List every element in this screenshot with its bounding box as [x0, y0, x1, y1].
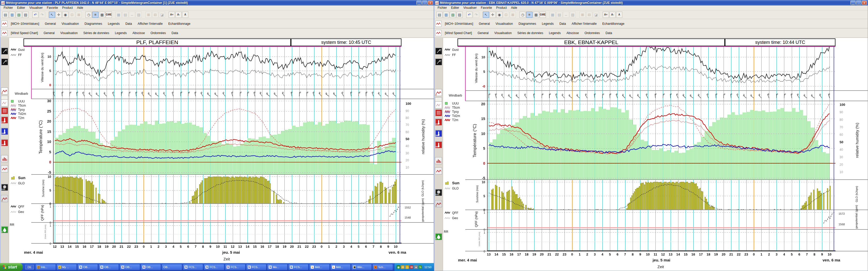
export-button[interactable]: ▧	[450, 11, 456, 18]
zoom-tool-button[interactable]: ◉	[496, 11, 502, 18]
line-2-toggle[interactable]: 2	[1, 195, 8, 202]
chart-config-tabs-item-6[interactable]: Afficher l'intervalle	[135, 21, 165, 26]
thermo-3m-toggle[interactable]: 3m	[1, 128, 8, 135]
page-setup-button[interactable]: ▨	[23, 11, 29, 18]
taskbar-button-4[interactable]: NOB...	[120, 264, 140, 270]
chart-canvas[interactable]	[443, 38, 868, 271]
menu-item-editer[interactable]: Editer	[449, 5, 461, 10]
chart-config-tabs-item-3[interactable]: Diagrammes	[516, 21, 538, 26]
chart-config-tabs-item-2[interactable]: Visualisation	[59, 21, 81, 26]
menu-item-favorite[interactable]: Favorite	[45, 5, 60, 10]
panel-config-tabs-item-6[interactable]: Ordonnées	[582, 30, 602, 36]
thermo-2m-toggle[interactable]: 2m	[435, 118, 442, 126]
droplet-1-toggle[interactable]: 1	[435, 233, 442, 240]
taskbar-button-10[interactable]: NFCS...	[246, 264, 267, 270]
expand-horizontal-button[interactable]: ↔	[563, 11, 569, 18]
chart-config-tabs-chart-icon[interactable]	[435, 21, 441, 27]
add-item-button[interactable]: ⊞	[580, 11, 586, 18]
font-reset-button[interactable]: A	[616, 11, 622, 18]
remove-item-button[interactable]: ⊟	[586, 11, 592, 18]
panel-config-tabs-chart-icon[interactable]	[1, 30, 7, 36]
map-settings-button[interactable]: ▩	[533, 11, 539, 18]
taskbar-button-7[interactable]: NFCS...	[183, 264, 203, 270]
pan-tool-button[interactable]: ✛	[56, 11, 62, 18]
taskbar-button-0[interactable]: ◫Inb...	[35, 264, 56, 270]
panel-config-tabs-item-4[interactable]: Legends	[113, 30, 129, 36]
thermo-2m-toggle[interactable]: 2m	[1, 116, 8, 123]
chart-config-tabs-item-0[interactable]: [MCH~10minValues]	[442, 21, 475, 26]
menu-item-aide[interactable]: Aide	[509, 5, 519, 10]
bars-toggle[interactable]	[1, 155, 8, 162]
windbarb-toggle-1[interactable]	[1, 47, 8, 55]
updates-icon[interactable]: ↻	[418, 265, 422, 269]
restore-button[interactable]: □	[856, 1, 861, 5]
expand-horizontal-button[interactable]: ↔	[129, 11, 135, 18]
zoom-tool-button[interactable]: ◉	[62, 11, 68, 18]
chart-config-tabs-item-5[interactable]: Data	[123, 21, 134, 26]
chart-config-tabs-item-7[interactable]: Echantillonnage	[600, 21, 627, 26]
thermo-3m-toggle[interactable]: 3m	[435, 130, 442, 137]
panel-config-tabs-item-2[interactable]: Visualisation	[58, 30, 80, 36]
zoom-window-button[interactable]: ⊡	[503, 11, 509, 18]
panel-config-tabs-item-6[interactable]: Ordonnées	[148, 30, 168, 36]
eraser-button[interactable]: ◪	[593, 11, 599, 18]
thermo-4m-toggle[interactable]: 4m	[435, 141, 442, 148]
font-decrease-button[interactable]: A-	[610, 11, 616, 18]
taskbar-button-3[interactable]: NOB...	[99, 264, 119, 270]
chart-config-tabs-item-5[interactable]: Data	[557, 21, 568, 26]
taskbar-button-12[interactable]: NFCS...	[288, 264, 309, 270]
table-rows-button[interactable]: ▤	[122, 11, 128, 18]
taskbar-button-6[interactable]: OB...	[162, 264, 182, 270]
menu-item-visualiser[interactable]: Visualiser	[27, 5, 44, 10]
chart-config-tabs-item-1[interactable]: General	[476, 21, 492, 26]
panel-config-tabs-item-1[interactable]: General	[475, 30, 491, 36]
panel-config-tabs-item-5[interactable]: Abscisse	[130, 30, 147, 36]
close-button[interactable]: ×	[428, 1, 433, 5]
pointer-tool-button[interactable]: ↖	[483, 11, 489, 18]
menu-item-fichier[interactable]: Fichier	[2, 5, 15, 10]
panel-config-tabs-item-7[interactable]: Data	[603, 30, 614, 36]
menu-item-visualiser[interactable]: Visualiser	[461, 5, 478, 10]
font-reset-button[interactable]: A	[182, 11, 188, 18]
zoom-fit-button[interactable]: ⊞	[510, 11, 516, 18]
minimize-button[interactable]: _	[416, 1, 422, 5]
gme-data-button[interactable]: GME	[106, 11, 112, 18]
font-increase-button[interactable]: A+	[603, 11, 609, 18]
restore-button[interactable]: □	[422, 1, 427, 5]
chart-config-tabs-item-7[interactable]: Echantillonnage	[166, 21, 193, 26]
taskbar-button-2[interactable]: NOB...	[78, 264, 98, 270]
add-item-button[interactable]: ⊞	[146, 11, 152, 18]
taskbar-button-11[interactable]: NMo...	[267, 264, 287, 270]
font-decrease-button[interactable]: A-	[176, 11, 182, 18]
page-setup-button[interactable]: ▨	[457, 11, 463, 18]
pointer-tool-button[interactable]: ↖	[49, 11, 55, 18]
font-increase-button[interactable]: A+	[169, 11, 175, 18]
minimize-button[interactable]: _	[850, 1, 856, 5]
print-preview-button[interactable]: ▥	[443, 11, 449, 18]
panel-config-tabs-item-0[interactable]: [Wind Speed Chart]	[442, 30, 474, 36]
panel-config-tabs-chart-icon[interactable]	[435, 30, 441, 36]
taskbar-button-16[interactable]: ●Sch...	[373, 264, 393, 270]
windbarb-toggle-2[interactable]	[435, 58, 442, 65]
chart-config-tabs-item-0[interactable]: [MCH~10minValues]	[8, 21, 41, 26]
pan-tool-button[interactable]: ✛	[490, 11, 496, 18]
time-settings-button[interactable]: ◷	[86, 11, 92, 18]
usl-toggle[interactable]: USL	[435, 189, 442, 196]
title-bar[interactable]: Météogramme pour une station : PLF PLAFF…	[0, 0, 434, 5]
chart-2-toggle[interactable]: 2	[1, 88, 8, 95]
panel-config-tabs-item-3[interactable]: Séries de données	[81, 30, 112, 36]
redo-button[interactable]: ↷	[473, 11, 479, 18]
table-rows-button[interactable]: ▤	[556, 11, 562, 18]
bars-toggle[interactable]	[435, 157, 442, 164]
print-button[interactable]: ▤	[436, 11, 442, 18]
map-settings-button[interactable]: ▩	[99, 11, 105, 18]
chart-config-tabs-chart-icon[interactable]	[1, 21, 7, 27]
title-bar[interactable]: Météogramme pour une station : EBK EBNAT…	[434, 0, 868, 5]
panel-config-tabs-item-1[interactable]: General	[41, 30, 57, 36]
menu-item-product[interactable]: Product	[494, 5, 509, 10]
taskbar-button-14[interactable]: ∿Mét...	[331, 264, 351, 270]
grid-toggle[interactable]	[1, 107, 8, 114]
menu-item-aide[interactable]: Aide	[75, 5, 85, 10]
table-export-button[interactable]: ▧	[135, 11, 142, 18]
taskbar-button-9[interactable]: NFCS...	[225, 264, 245, 270]
